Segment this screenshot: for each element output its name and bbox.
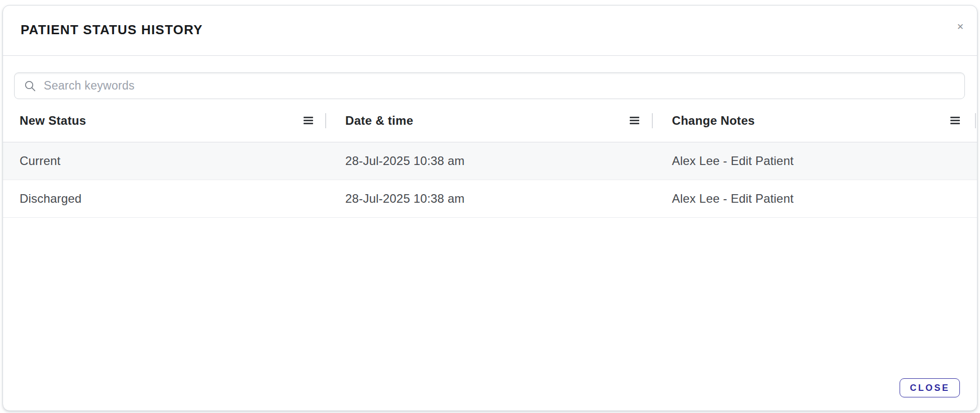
cell-date-time: 28-Jul-2025 10:38 am: [326, 192, 653, 206]
column-label: New Status: [20, 114, 86, 128]
column-label: Date & time: [345, 114, 413, 128]
modal-header: PATIENT STATUS HISTORY ✕: [3, 6, 977, 56]
column-divider: [975, 113, 976, 128]
modal-footer: CLOSE: [900, 378, 960, 397]
search-icon: [24, 79, 37, 93]
patient-status-history-modal: PATIENT STATUS HISTORY ✕ New Status Date…: [3, 5, 977, 411]
search-bar: [14, 72, 965, 99]
page-title: PATIENT STATUS HISTORY: [21, 22, 203, 38]
column-header-date-time: Date & time: [326, 99, 653, 142]
column-header-new-status: New Status: [3, 99, 326, 142]
close-icon[interactable]: ✕: [954, 20, 967, 34]
table-row: Discharged 28-Jul-2025 10:38 am Alex Lee…: [3, 180, 977, 218]
column-menu-icon[interactable]: [304, 117, 313, 124]
search-input[interactable]: [44, 79, 956, 93]
table-row: Current 28-Jul-2025 10:38 am Alex Lee - …: [3, 142, 977, 180]
table-header: New Status Date & time Change Notes: [3, 99, 977, 142]
column-menu-icon[interactable]: [630, 117, 639, 124]
column-label: Change Notes: [672, 114, 755, 128]
column-menu-icon[interactable]: [950, 117, 960, 124]
cell-date-time: 28-Jul-2025 10:38 am: [326, 154, 653, 168]
close-button[interactable]: CLOSE: [900, 378, 960, 397]
column-header-change-notes: Change Notes: [653, 99, 977, 142]
cell-new-status: Discharged: [3, 192, 326, 206]
cell-change-notes: Alex Lee - Edit Patient: [653, 154, 977, 168]
cell-new-status: Current: [3, 154, 326, 168]
cell-change-notes: Alex Lee - Edit Patient: [653, 192, 977, 206]
